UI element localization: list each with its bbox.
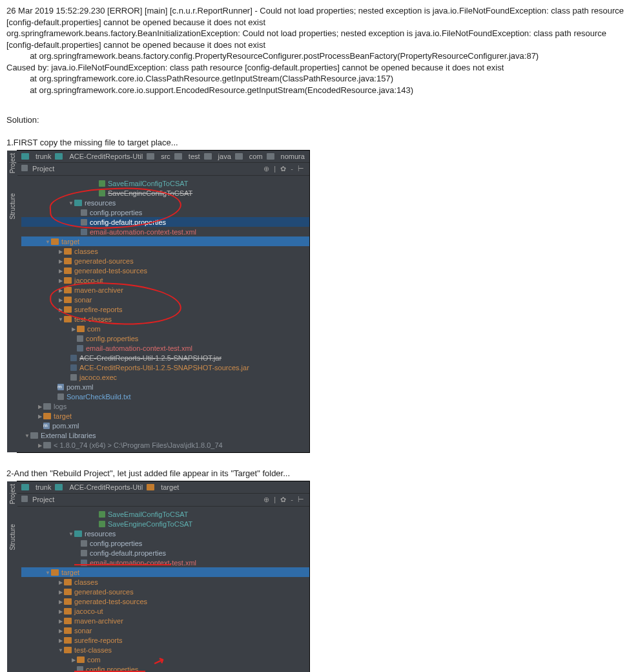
tree-item[interactable]: surefire-reports <box>21 635 309 645</box>
tree-item[interactable]: test-classes <box>21 645 309 655</box>
tree-item[interactable]: External Libraries <box>21 430 309 440</box>
file-icon <box>81 540 87 547</box>
error-log: 26 Mar 2019 15:52:29.230 [ERROR] [main] … <box>6 5 632 96</box>
crumb[interactable]: trunk <box>36 483 51 491</box>
tree-item[interactable]: email-automation-context-test.xml <box>21 343 309 353</box>
class-icon <box>99 180 105 187</box>
breadcrumb: trunk ACE-CreditReports-Util src test ja… <box>17 151 309 162</box>
crumb[interactable]: java <box>218 152 231 160</box>
folder-icon <box>147 484 154 490</box>
folder-icon <box>64 268 72 274</box>
tree-item[interactable]: ACE-CreditReports-Util-1.2.5-SNAPSHOT-so… <box>21 362 309 372</box>
tree-item-selected[interactable]: config-default.properties <box>21 217 309 227</box>
tree-item[interactable]: resources <box>21 529 309 538</box>
crumb[interactable]: ACE-CreditReports-Util <box>69 152 143 160</box>
folder-icon <box>51 569 59 576</box>
tree-item[interactable]: test-classes <box>21 314 309 324</box>
folder-icon <box>64 258 72 264</box>
tree-item-highlighted[interactable]: target <box>21 567 309 577</box>
tab-structure[interactable]: Structure <box>9 524 16 551</box>
folder-icon <box>21 484 29 490</box>
tree-item[interactable]: mpom.xml <box>21 382 309 392</box>
solution-heading: Solution: <box>6 115 632 125</box>
tree-item[interactable]: logs <box>21 401 309 411</box>
tree-item[interactable]: SaveEngineConfigToCSAT <box>21 188 309 198</box>
crumb[interactable]: trunk <box>36 152 51 160</box>
jar-icon <box>70 355 77 361</box>
crumb[interactable]: src <box>161 152 170 160</box>
folder-icon <box>21 153 29 160</box>
tree-item[interactable]: config-default.properties <box>21 548 309 558</box>
maven-icon: m <box>43 423 50 429</box>
crumb[interactable]: target <box>161 483 179 491</box>
folder-icon <box>43 442 51 448</box>
tree-item[interactable]: email-automation-context-test.xml <box>21 227 309 236</box>
tree-item[interactable]: target <box>21 411 309 421</box>
tree-item[interactable]: jacoco-ut <box>21 606 309 616</box>
tree-item[interactable]: classes <box>21 246 309 256</box>
tree-item[interactable]: generated-sources <box>21 256 309 266</box>
tree-item[interactable]: SaveEmailConfigToCSAT <box>21 509 309 519</box>
maven-icon: m <box>57 384 64 390</box>
xml-icon <box>77 345 83 352</box>
tree-item[interactable]: generated-test-sources <box>21 596 309 606</box>
tree-item[interactable]: SaveEmailConfigToCSAT <box>21 178 309 188</box>
tree-item[interactable]: SonarCheckBuild.txt <box>21 392 309 401</box>
tree-item[interactable]: maven-archiver <box>21 285 309 295</box>
tab-structure[interactable]: Structure <box>9 193 16 220</box>
folder-icon <box>64 647 72 653</box>
tab-project[interactable]: Project <box>9 484 16 504</box>
crumb[interactable]: test <box>189 152 200 160</box>
crumb[interactable]: ACE-CreditReports-Util <box>69 483 143 491</box>
tree-item[interactable]: config.properties <box>21 664 309 672</box>
lib-icon <box>30 432 38 439</box>
project-tree[interactable]: SaveEmailConfigToCSAT SaveEngineConfigTo… <box>17 176 309 452</box>
window-icon <box>21 165 28 171</box>
tab-project[interactable]: Project <box>9 153 16 173</box>
tree-item[interactable]: resources <box>21 198 309 207</box>
ide-side-tabs: Project Structure <box>7 151 17 452</box>
folder-icon <box>235 153 243 160</box>
tree-item[interactable]: com <box>21 324 309 333</box>
tree-item[interactable]: sonar <box>21 295 309 304</box>
tree-item[interactable]: ACE-CreditReports-Util-1.2.5-SNAPSHOT.ja… <box>21 353 309 362</box>
tree-item[interactable]: maven-archiver <box>21 616 309 625</box>
tree-item[interactable]: email-automation-context-test.xml <box>21 558 309 567</box>
crumb[interactable]: nomura <box>281 152 305 160</box>
folder-icon <box>267 153 274 160</box>
tree-item[interactable]: SaveEngineConfigToCSAT <box>21 519 309 529</box>
tree-item[interactable]: jacoco.exec <box>21 372 309 382</box>
folder-icon <box>64 316 72 322</box>
tree-item[interactable]: mpom.xml <box>21 421 309 430</box>
folder-icon <box>77 326 85 332</box>
tree-item[interactable]: < 1.8.0_74 (x64) > C:\Program Files\Java… <box>21 440 309 450</box>
folder-icon <box>64 598 72 605</box>
tree-item[interactable]: config.properties <box>21 333 309 343</box>
tree-item[interactable]: config.properties <box>21 538 309 548</box>
jar-icon <box>70 364 77 371</box>
tree-item[interactable]: config.properties <box>21 207 309 217</box>
class-icon <box>99 511 105 518</box>
folder-icon <box>64 287 72 293</box>
panel-toolbar[interactable]: ⊕ | ✿ - ⊢ <box>263 165 305 173</box>
tree-item[interactable]: surefire-reports <box>21 304 309 314</box>
folder-icon <box>55 153 63 160</box>
tree-item-highlighted[interactable]: target <box>21 236 309 246</box>
project-tree[interactable]: SaveEmailConfigToCSAT SaveEngineConfigTo… <box>17 507 309 672</box>
folder-icon <box>43 413 51 419</box>
tree-item[interactable]: jacoco-ut <box>21 275 309 285</box>
crumb[interactable]: com <box>249 152 263 160</box>
file-icon <box>81 209 87 216</box>
step1-heading: 1.FIRST copy the missing file to target … <box>6 138 632 147</box>
tree-item[interactable]: sonar <box>21 625 309 635</box>
file-icon <box>57 394 64 400</box>
folder-icon <box>64 589 72 595</box>
step2-heading: 2-And then "Rebuild Project", let just a… <box>6 468 632 478</box>
folder-icon <box>74 530 82 537</box>
tree-item[interactable]: generated-test-sources <box>21 266 309 275</box>
tree-item[interactable]: generated-sources <box>21 587 309 596</box>
folder-icon <box>64 579 72 585</box>
panel-toolbar[interactable]: ⊕ | ✿ - ⊢ <box>263 496 305 504</box>
folder-icon <box>64 306 72 313</box>
tree-item[interactable]: classes <box>21 577 309 587</box>
